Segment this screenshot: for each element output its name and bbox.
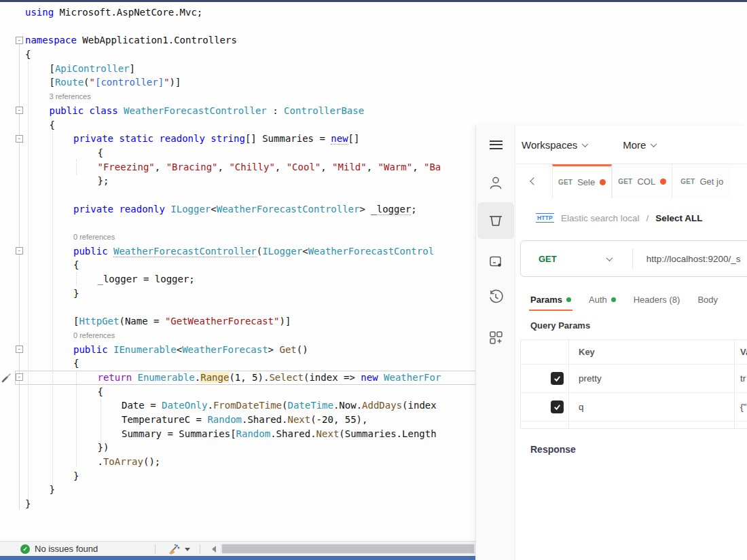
fold-collapse-marker[interactable]: - (16, 373, 23, 381)
query-param-row: q{" (521, 393, 747, 422)
quick-action-screwdriver-icon[interactable] (1, 373, 12, 384)
code-text: return Enumerable.Range(1, 5).Select(ind… (98, 371, 441, 385)
horizontal-scrollbar-thumb[interactable] (222, 544, 474, 553)
screen: using Microsoft.AspNetCore.Mvc;-namespac… (0, 0, 747, 560)
new-item-grid-icon[interactable] (487, 329, 505, 346)
code-text: } (73, 286, 79, 301)
code-text: } (73, 469, 79, 483)
request-tab-headers-8-[interactable]: Headers (8) (634, 289, 680, 310)
param-key-cell[interactable]: q (569, 393, 735, 421)
code-text: { (50, 118, 55, 132)
request-tab-label: Auth (589, 295, 607, 305)
code-line[interactable] (0, 20, 747, 34)
tab-method-label: GET (680, 178, 695, 185)
request-tabs-bar: GETSeleGETCOLGETGet jo (515, 164, 747, 198)
breadcrumb-separator: / (646, 213, 649, 223)
tab-title: Sele (577, 177, 595, 187)
request-tab-label: Body (697, 295, 718, 305)
param-enabled-checkbox[interactable] (551, 400, 564, 413)
url-divider (632, 248, 633, 269)
code-line[interactable]: using Microsoft.AspNetCore.Mvc; (0, 5, 747, 20)
code-text: Date = DateOnly.FromDateTime(DateTime.No… (122, 398, 437, 413)
method-dropdown[interactable]: GET (521, 254, 612, 264)
param-value-cell[interactable]: {" (735, 402, 747, 412)
code-text: { (73, 356, 79, 371)
fold-collapse-marker[interactable]: - (16, 247, 23, 255)
chevron-down-icon (582, 141, 589, 147)
request-tab-auth[interactable]: Auth (589, 289, 616, 310)
scroll-left-arrow[interactable] (212, 546, 216, 553)
collections-icon[interactable] (487, 212, 505, 229)
code-text: Summary = Summaries[Random.Shared.Next(S… (122, 427, 437, 441)
api-client-main: Workspaces More GETSeleGETCOLGETGet jo H… (515, 126, 747, 560)
chevron-left-icon (530, 177, 537, 185)
code-line[interactable]: [ApiController] (0, 62, 747, 76)
code-line[interactable]: 3 references (0, 90, 747, 104)
code-text: { (98, 146, 103, 160)
param-value-cell[interactable]: tr (735, 373, 747, 384)
request-section-tabs: ParamsAuthHeaders (8)Body (530, 289, 747, 310)
code-text: private readonly ILogger<WeatherForecast… (73, 202, 417, 217)
code-text: { (98, 385, 103, 399)
more-menu[interactable]: More (623, 139, 656, 151)
open-request-tab[interactable]: GETSele (552, 164, 612, 198)
code-text: private static readonly string[] Summari… (73, 132, 359, 146)
checkbox-cell (521, 365, 569, 392)
workspaces-menu[interactable]: Workspaces (522, 139, 587, 151)
code-line[interactable]: [Route("[controller]")] (0, 75, 747, 90)
issue-status-text[interactable]: No issues found (35, 544, 98, 554)
horizontal-scrollbar[interactable] (221, 544, 475, 554)
code-cleanup-broom-icon[interactable] (167, 544, 181, 555)
unsaved-changes-dot (600, 179, 606, 185)
breadcrumb-collection[interactable]: Elastic search local (561, 213, 640, 223)
code-line[interactable]: { (0, 48, 747, 62)
workspaces-label: Workspaces (522, 139, 577, 151)
request-tab-body[interactable]: Body (697, 289, 718, 310)
code-text: } (50, 483, 55, 497)
code-text: }; (98, 174, 109, 188)
param-key-cell[interactable]: pretty (569, 365, 735, 392)
checkbox-cell (521, 393, 569, 421)
checkbox-cell (521, 422, 569, 429)
url-input[interactable]: http://localhost:9200/_s (646, 254, 741, 264)
more-label: More (623, 139, 646, 151)
code-text: [ApiController] (50, 62, 135, 76)
code-line[interactable]: -public class WeatherForecastController … (0, 104, 747, 118)
code-text: "Freezing", "Bracing", "Chilly", "Cool",… (98, 160, 441, 174)
code-text: } (25, 497, 31, 511)
code-text: public class WeatherForecastController :… (50, 104, 365, 118)
window-top-strip (0, 0, 747, 2)
codelens-references[interactable]: 0 references (73, 232, 115, 242)
breadcrumb-request-name[interactable]: Select ALL (655, 213, 702, 223)
codelens-references[interactable]: 0 references (73, 331, 115, 340)
code-line[interactable]: -namespace WebApplication1.Controllers (0, 33, 747, 48)
fold-collapse-marker[interactable]: - (16, 135, 23, 143)
open-request-tab[interactable]: GETCOL (612, 164, 672, 198)
broom-dropdown-caret[interactable] (185, 548, 190, 551)
param-key-cell (569, 422, 735, 429)
code-text: TemperatureC = Random.Shared.Next(-20, 5… (122, 413, 367, 427)
account-icon[interactable] (487, 174, 505, 191)
environments-icon[interactable] (487, 253, 505, 270)
has-content-dot (566, 297, 571, 302)
code-text: public IEnumerable<WeatherForecast> Get(… (73, 343, 308, 357)
fold-collapse-marker[interactable]: - (16, 107, 23, 114)
code-text: _logger = logger; (98, 272, 195, 286)
tab-scroll-back-button[interactable] (515, 164, 552, 198)
tab-title: COL (637, 176, 655, 187)
hamburger-menu-icon[interactable] (490, 141, 503, 149)
fold-collapse-marker[interactable]: - (16, 37, 23, 44)
codelens-references[interactable]: 3 references (50, 92, 91, 101)
query-params-table: KeyValueprettytrq{" (520, 339, 747, 429)
fold-collapse-marker[interactable]: - (16, 346, 23, 353)
request-tab-params[interactable]: Params (530, 289, 571, 310)
code-text: [HttpGet(Name = "GetWeatherForecast")] (73, 314, 291, 329)
breadcrumb: HTTP Elastic search local / Select ALL (536, 210, 747, 225)
response-section-title: Response (530, 444, 747, 455)
open-request-tab[interactable]: GETGet jo (672, 164, 731, 198)
code-text: .ToArray(); (98, 455, 161, 469)
checkbox-column-header (521, 340, 569, 364)
query-params-title: Query Params (530, 320, 747, 331)
param-enabled-checkbox[interactable] (551, 372, 564, 385)
history-icon[interactable] (487, 288, 505, 305)
